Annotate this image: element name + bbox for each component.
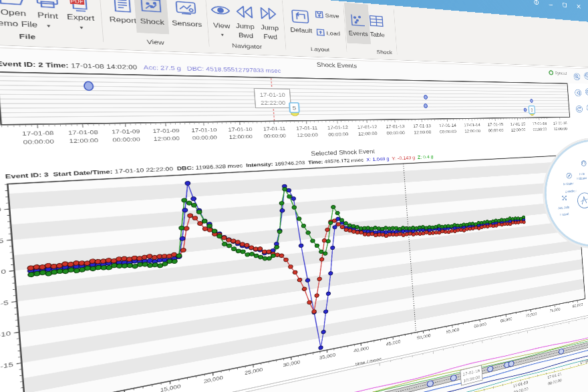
svg-text:12:00:00: 12:00:00 [358,131,378,136]
svg-text:30,000: 30,000 [283,359,300,368]
svg-text:5: 5 [292,105,296,112]
svg-text:17-01-08: 17-01-08 [68,129,98,136]
svg-text:-15: -15 [0,361,14,370]
svg-text:20,000: 20,000 [204,375,223,384]
svg-text:17-01-10: 17-01-10 [191,127,216,133]
svg-text:17-01-15: 17-01-15 [510,122,526,126]
svg-text:00:00:00: 00:00:00 [264,133,287,139]
svg-text:17-01-09: 17-01-09 [112,128,140,134]
svg-text:17-01-13: 17-01-13 [386,124,404,129]
svg-text:00:00:00: 00:00:00 [112,136,140,143]
svg-text:17-01-11: 17-01-11 [263,126,286,132]
svg-text:17-01-13: 17-01-13 [413,124,431,128]
svg-text:17-01-10: 17-01-10 [259,92,285,98]
svg-text:00:00:00: 00:00:00 [386,130,405,136]
svg-text:17-01-09: 17-01-09 [152,128,180,134]
svg-text:45,000: 45,000 [386,339,401,347]
svg-text:17-01-08: 17-01-08 [22,130,54,137]
svg-text:55,000: 55,000 [446,327,459,335]
svg-text:65,000: 65,000 [500,317,512,323]
svg-text:00:00:00: 00:00:00 [328,132,348,137]
svg-text:5: 5 [0,237,4,245]
svg-text:70,000: 70,000 [525,312,537,319]
svg-text:17-01-16: 17-01-16 [532,122,547,126]
svg-text:12:00:00: 12:00:00 [69,138,98,144]
svg-text:Synced: Synced [555,71,567,75]
svg-text:15,000: 15,000 [160,383,180,392]
svg-text:50,000: 50,000 [417,333,431,341]
svg-text:17-01-12: 17-01-12 [327,125,348,130]
svg-text:3: 3 [531,108,533,112]
svg-text:17-01-16: 17-01-16 [553,121,567,125]
svg-text:00:00:00: 00:00:00 [23,138,54,145]
svg-text:35,000: 35,000 [319,352,336,360]
svg-text:12:00:00: 12:00:00 [154,136,180,142]
svg-text:75,000: 75,000 [549,307,561,313]
svg-text:-5: -5 [0,299,9,307]
svg-text:17-01-14: 17-01-14 [439,123,456,128]
svg-text:17-01-14: 17-01-14 [464,122,480,127]
svg-text:22:22:00: 22:22:00 [261,100,286,106]
svg-text:60,000: 60,000 [474,322,486,329]
svg-text:17-01-12: 17-01-12 [357,124,378,130]
svg-text:-10: -10 [0,330,11,339]
svg-text:0: 0 [1,268,7,276]
svg-text:17-01-10: 17-01-10 [228,126,252,132]
svg-text:17-01-15: 17-01-15 [488,122,504,127]
svg-text:00:00:00: 00:00:00 [488,128,504,133]
svg-text:17-01-11: 17-01-11 [296,126,317,131]
svg-text:00:00:00: 00:00:00 [440,129,456,134]
svg-text:25,000: 25,000 [245,367,263,375]
svg-text:40,000: 40,000 [353,345,369,353]
svg-text:12:00:00: 12:00:00 [297,132,318,138]
svg-text:80,000: 80,000 [573,303,583,309]
svg-text:12:00:00: 12:00:00 [464,129,480,134]
svg-text:12:00:00: 12:00:00 [229,134,253,140]
svg-text:Hide: Hide [579,172,585,176]
svg-text:00:00:00: 00:00:00 [192,135,217,141]
svg-text:12:00:00: 12:00:00 [414,130,431,134]
svg-text:10: 10 [0,206,2,214]
